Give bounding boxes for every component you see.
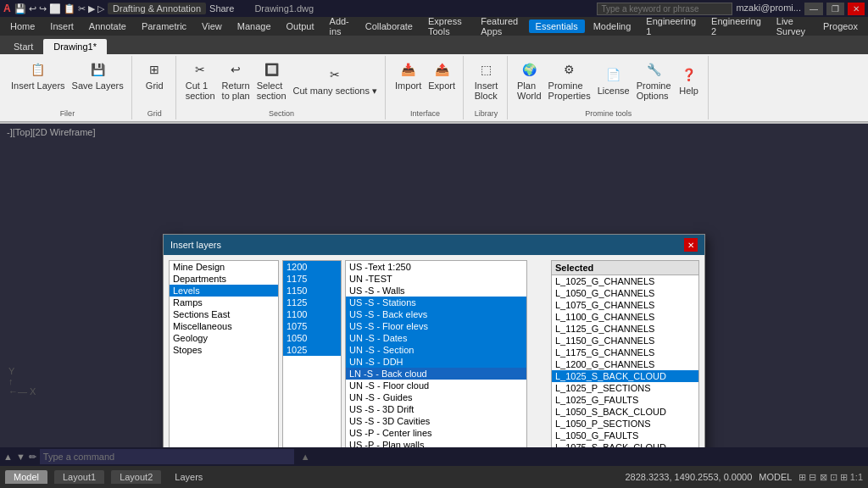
menu-eng2[interactable]: Engineering 2: [704, 14, 768, 38]
layout1-tab[interactable]: Layout1: [54, 470, 104, 484]
share-btn[interactable]: Share: [209, 3, 234, 14]
num-1050[interactable]: 1050: [283, 332, 341, 344]
menu-addins[interactable]: Add-ins: [323, 14, 357, 38]
select-section-btn[interactable]: 🔲 Selectsection: [254, 58, 289, 103]
menu-livesurvey[interactable]: Live Survey: [770, 14, 815, 38]
sel-1175-g-ch[interactable]: L_1175_G_CHANNELS: [552, 347, 698, 358]
list-item-levels[interactable]: Levels: [170, 285, 278, 297]
menu-manage[interactable]: Manage: [231, 19, 278, 33]
layer-us-floor-elevs[interactable]: US -S - Floor elevs: [346, 320, 526, 332]
dialog-close-btn[interactable]: ✕: [684, 238, 698, 252]
layer-un-floor-cloud[interactable]: UN -S - Floor cloud: [346, 380, 526, 391]
num-1175[interactable]: 1175: [283, 273, 341, 285]
list-item-ramps[interactable]: Ramps: [170, 297, 278, 308]
list-item-stopes[interactable]: Stopes: [170, 344, 278, 356]
sel-1050-g-faults[interactable]: L_1050_G_FAULTS: [552, 430, 698, 441]
num-1125[interactable]: 1125: [283, 297, 341, 308]
layer-us-plan-walls[interactable]: US -P - Plan walls: [346, 439, 526, 447]
close-btn[interactable]: ✕: [848, 3, 865, 15]
promine-options-btn[interactable]: 🔧 PromineOptions: [634, 58, 674, 103]
promine-properties-btn[interactable]: ⚙ PromineProperties: [546, 58, 593, 103]
layer-un-test[interactable]: UN -TEST: [346, 273, 526, 285]
layers-list[interactable]: US -Text 1:250 UN -TEST US -S - Walls US…: [345, 260, 527, 447]
sel-1200-g-ch[interactable]: L_1200_G_CHANNELS: [552, 358, 698, 370]
sel-1050-g-ch[interactable]: L_1050_G_CHANNELS: [552, 287, 698, 299]
category-list[interactable]: Mine Design Departments Levels Ramps Sec…: [169, 260, 279, 447]
layer-us-3d-cav[interactable]: US -S - 3D Cavities: [346, 415, 526, 427]
sel-1125-g-ch[interactable]: L_1125_G_CHANNELS: [552, 323, 698, 335]
list-item-miscellaneous[interactable]: Miscellaneous: [170, 320, 278, 332]
cut-many-btn[interactable]: ✂ Cut many sections ▾: [291, 63, 381, 98]
num-1025[interactable]: 1025: [283, 344, 341, 356]
import-btn[interactable]: 📥 Import: [392, 58, 424, 92]
menu-parametric[interactable]: Parametric: [135, 19, 193, 33]
layer-us-walls[interactable]: US -S - Walls: [346, 285, 526, 297]
numbers-list[interactable]: 1200 1175 1150 1125 1100 1075 1050 1025: [282, 260, 342, 447]
num-1200[interactable]: 1200: [283, 261, 341, 273]
help-btn[interactable]: ❓ Help: [676, 63, 703, 97]
menu-annotate[interactable]: Annotate: [82, 19, 133, 33]
layer-un-dates[interactable]: UN -S - Dates: [346, 332, 526, 344]
sel-1025-g-ch[interactable]: L_1025_G_CHANNELS: [552, 275, 698, 287]
sel-1100-g-ch[interactable]: L_1100_G_CHANNELS: [552, 311, 698, 323]
layer-us-back-elevs[interactable]: US -S - Back elevs: [346, 308, 526, 320]
menu-eng1[interactable]: Engineering 1: [639, 14, 703, 38]
layer-us-stations[interactable]: US -S - Stations: [346, 297, 526, 308]
plan-world-btn[interactable]: 🌍 PlanWorld: [515, 58, 544, 103]
menu-express[interactable]: Express Tools: [421, 14, 472, 38]
list-item-geology[interactable]: Geology: [170, 332, 278, 344]
license-btn[interactable]: 📄 License: [595, 63, 632, 97]
layer-un-section[interactable]: UN -S - Section: [346, 344, 526, 356]
search-input[interactable]: [597, 3, 732, 15]
grid-label: Grid: [147, 109, 162, 118]
layer-us-text[interactable]: US -Text 1:250: [346, 261, 526, 273]
sel-1050-p-sec[interactable]: L_1050_P_SECTIONS: [552, 418, 698, 430]
restore-btn[interactable]: ❐: [826, 3, 844, 15]
return-plan-btn[interactable]: ↩ Returnto plan: [220, 58, 253, 103]
sel-1075-s-back[interactable]: L_1075_S_BACK_CLOUD: [552, 441, 698, 447]
insert-layers-btn[interactable]: 📋 Insert Layers: [8, 58, 68, 92]
menu-home[interactable]: Home: [3, 19, 42, 33]
menu-featured[interactable]: Featured Apps: [474, 14, 526, 38]
menu-collaborate[interactable]: Collaborate: [359, 19, 420, 33]
menu-essentials[interactable]: Essentials: [529, 19, 585, 33]
sel-1150-g-ch[interactable]: L_1150_G_CHANNELS: [552, 335, 698, 347]
list-item-departments[interactable]: Departments: [170, 273, 278, 285]
cmd-input[interactable]: [40, 449, 294, 464]
layer-ln-back-cloud[interactable]: LN -S - Back cloud: [346, 368, 526, 380]
minimize-btn[interactable]: —: [804, 3, 823, 15]
model-tab[interactable]: Model: [5, 470, 47, 484]
export-btn[interactable]: 📤 Export: [426, 58, 458, 92]
sel-1075-g-ch[interactable]: L_1075_G_CHANNELS: [552, 299, 698, 311]
grid-icon: ⊞: [144, 59, 164, 80]
sel-1025-g-faults[interactable]: L_1025_G_FAULTS: [552, 394, 698, 406]
sel-1025-s-back[interactable]: L_1025_S_BACK_CLOUD: [552, 370, 698, 382]
menu-insert[interactable]: Insert: [43, 19, 81, 33]
num-1150[interactable]: 1150: [283, 285, 341, 297]
insert-block-icon: ⬚: [476, 59, 497, 80]
layer-un-ddh[interactable]: UN -S - DDH: [346, 356, 526, 368]
tab-start[interactable]: Start: [3, 39, 43, 54]
menu-modeling[interactable]: Modeling: [587, 19, 638, 33]
layer-un-guides[interactable]: UN -S - Guides: [346, 391, 526, 403]
layout2-tab[interactable]: Layout2: [111, 470, 161, 484]
draft-annotation-dropdown[interactable]: Drafting & Annotation: [108, 3, 206, 14]
num-1100[interactable]: 1100: [283, 308, 341, 320]
tab-drawing1[interactable]: Drawing1*: [43, 39, 107, 54]
layer-us-3d-drift[interactable]: US -S - 3D Drift: [346, 403, 526, 415]
sel-1025-p-sec[interactable]: L_1025_P_SECTIONS: [552, 382, 698, 394]
sel-1050-s-back[interactable]: L_1050_S_BACK_CLOUD: [552, 406, 698, 418]
menu-output[interactable]: Output: [280, 19, 321, 33]
num-1075[interactable]: 1075: [283, 320, 341, 332]
insert-block-btn[interactable]: ⬚ InsertBlock: [472, 58, 501, 103]
selected-list[interactable]: Selected L_1025_G_CHANNELS L_1050_G_CHAN…: [551, 260, 699, 447]
grid-btn[interactable]: ⊞ Grid: [141, 58, 168, 92]
save-layers-btn[interactable]: 💾 Save Layers: [70, 58, 126, 92]
list-item-sections-east[interactable]: Sections East: [170, 308, 278, 320]
menu-view[interactable]: View: [195, 19, 229, 33]
menu-progeox[interactable]: Progeox: [816, 19, 865, 33]
layer-us-center[interactable]: US -P - Center lines: [346, 427, 526, 439]
list-item-mine-design[interactable]: Mine Design: [170, 261, 278, 273]
cut1-section-btn[interactable]: ✂ Cut 1section: [183, 58, 218, 103]
library-content: ⬚ InsertBlock: [472, 58, 501, 103]
